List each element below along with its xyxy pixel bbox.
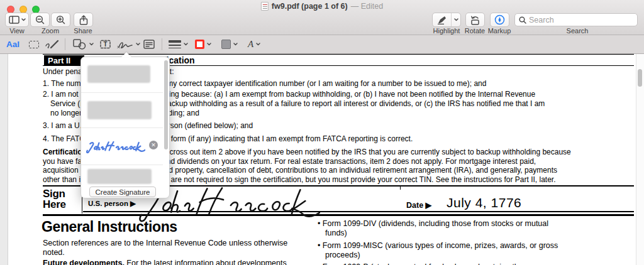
chevron-down-icon[interactable] (136, 43, 140, 46)
highlight-button[interactable] (432, 13, 461, 27)
vertical-scrollbar-thumb[interactable] (638, 69, 642, 87)
search-input[interactable] (529, 16, 633, 24)
chevron-down-icon[interactable] (233, 43, 238, 46)
zoom-in-button[interactable] (51, 13, 70, 27)
chevron-down-icon[interactable] (454, 18, 458, 21)
section-top-rule (43, 54, 634, 55)
chevron-down-icon[interactable] (184, 43, 188, 46)
dashed-selection-icon (29, 41, 39, 48)
highlighter-icon (437, 16, 447, 24)
shapes-icon (73, 39, 87, 50)
fill-color-swatch (221, 40, 231, 49)
text-style-tool[interactable]: A (248, 35, 260, 53)
john-hancock-signature-thumbnail[interactable] (85, 133, 145, 161)
content-left-gutter (0, 54, 8, 265)
signature-option-2[interactable] (81, 93, 163, 127)
us-person-label: U.S. person ▶ (88, 199, 136, 208)
note-icon (143, 40, 155, 49)
popover-scrollbar-thumb[interactable] (164, 60, 168, 149)
sketch-tool[interactable] (45, 35, 59, 53)
note-tool[interactable] (143, 35, 155, 53)
fill-color-tool[interactable] (221, 35, 238, 53)
sketch-pen-icon (45, 40, 59, 50)
search-icon (519, 16, 526, 24)
signature-tool[interactable] (117, 35, 140, 53)
sidebar-icon (9, 16, 19, 24)
markup-toolbar (0, 35, 644, 54)
form-1099-div-line1: • Form 1099-DIV (dividends, including th… (318, 219, 548, 229)
sign-here-word2: Here (43, 198, 66, 211)
view-label: View (9, 27, 25, 35)
markup-button[interactable] (490, 13, 509, 27)
border-color-tool[interactable] (195, 35, 211, 53)
future-developments-rest: For the latest information about develop… (125, 259, 287, 265)
section-references-line2: noted. (43, 248, 65, 257)
zoom-out-button[interactable] (30, 13, 50, 27)
window-title: fw9.pdf (page 1 of 6) — Edited (261, 2, 383, 11)
border-color-swatch (195, 40, 204, 49)
section-references-line1: Section references are to the Internal R… (43, 239, 287, 248)
text-box-tool[interactable]: T (99, 35, 111, 53)
search-label: Search (567, 27, 589, 35)
search-field[interactable] (514, 13, 638, 26)
line-weight-icon (169, 40, 181, 48)
shapes-tool[interactable] (73, 35, 94, 53)
chevron-down-icon[interactable] (89, 43, 94, 46)
create-signature-button[interactable]: Create Signature (89, 187, 156, 197)
text-selection-icon: AaI (6, 40, 19, 49)
form-1099-misc-line2: proceeds) (325, 251, 360, 260)
zoom-out-icon (35, 15, 45, 24)
redacted-signature-thumbnail (87, 101, 152, 119)
rectangular-selection-tool[interactable] (29, 35, 39, 53)
share-label: Share (74, 27, 92, 35)
form-1099-div-line2: funds) (325, 229, 347, 238)
rotate-left-icon (470, 15, 480, 25)
toolbar-divider (65, 38, 65, 50)
chevron-down-icon[interactable] (256, 43, 260, 46)
rotate-button[interactable] (465, 13, 485, 27)
chevron-down-icon (21, 18, 26, 21)
document-title: fw9.pdf (page 1 of 6) (272, 2, 348, 11)
markup-pen-icon (494, 14, 505, 25)
window-titlebar: fw9.pdf (page 1 of 6) — Edited View Zoom… (0, 0, 644, 35)
text-style-icon: A (248, 39, 253, 50)
line-weight-tool[interactable] (169, 35, 188, 53)
chevron-down-icon[interactable] (207, 43, 211, 46)
share-button[interactable] (74, 13, 93, 27)
redacted-signature-thumbnail (87, 169, 152, 184)
sign-section-bottom-rule (43, 214, 634, 216)
future-developments-lead: Future developments. (43, 259, 125, 265)
part2-heading-box: Part II (44, 55, 84, 65)
highlight-label: Highlight (433, 27, 460, 35)
form-1099-b-line1: • Form 1099-B (stock or mutual fund sale… (318, 262, 526, 265)
zoom-label: Zoom (42, 27, 59, 35)
edited-status: — Edited (351, 2, 383, 11)
redacted-signature-thumbnail (87, 65, 150, 83)
form-1099-misc-line1: • Form 1099-MISC (various types of incom… (318, 241, 558, 251)
view-button[interactable] (5, 13, 29, 27)
date-cell-tick (400, 186, 401, 190)
delete-signature-button[interactable]: ✕ (149, 141, 158, 149)
signature-option-4[interactable] (81, 165, 163, 185)
text-box-icon: T (99, 40, 111, 49)
date-annotation[interactable]: July 4, 1776 (447, 195, 521, 210)
rotate-label: Rotate (465, 27, 485, 35)
signature-option-1[interactable] (81, 60, 163, 92)
toolbar-divider (162, 38, 162, 50)
future-developments-line: Future developments. For the latest info… (43, 259, 287, 265)
zoom-in-icon (56, 15, 65, 24)
cert-instructions-rest: You must cross out item 2 above if you h… (134, 148, 570, 156)
text-selection-tool[interactable]: AaI (6, 35, 19, 53)
date-label: Date ▶ (406, 200, 431, 210)
signature-icon (117, 40, 133, 50)
svg-text:T: T (103, 41, 107, 48)
pdf-document-icon (261, 2, 269, 11)
markup-label: Markup (488, 27, 511, 35)
share-icon (79, 15, 88, 25)
popover-arrow (121, 52, 131, 57)
